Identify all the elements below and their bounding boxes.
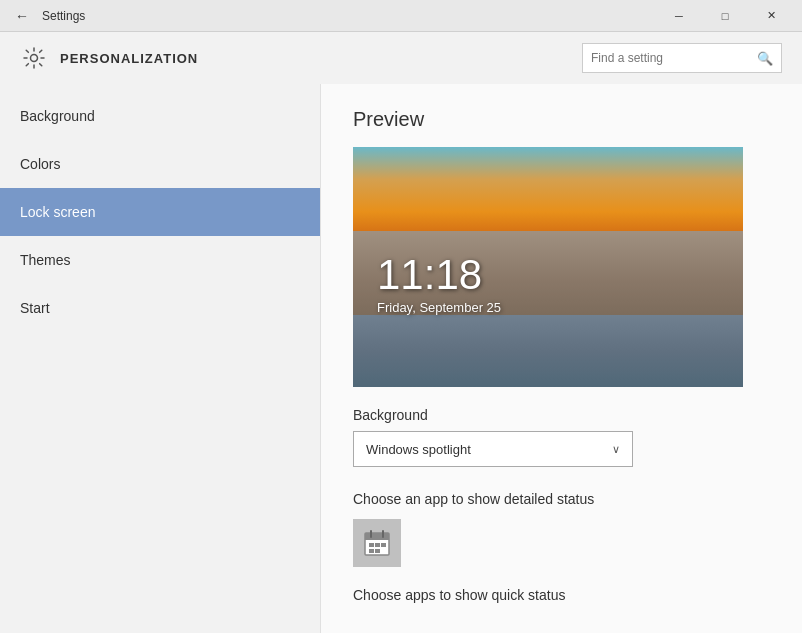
preview-water: [353, 315, 743, 387]
sidebar-item-lock-screen[interactable]: Lock screen: [0, 188, 320, 236]
preview-date: Friday, September 25: [377, 300, 501, 315]
header-bar: PERSONALIZATION 🔍: [0, 32, 802, 84]
svg-rect-9: [375, 549, 380, 553]
calendar-icon: [363, 529, 391, 557]
preview-clock: 11:18 Friday, September 25: [377, 254, 501, 315]
search-input[interactable]: [591, 51, 757, 65]
search-box[interactable]: 🔍: [582, 43, 782, 73]
title-bar: ← Settings ─ □ ✕: [0, 0, 802, 32]
background-dropdown[interactable]: Windows spotlight ∨: [353, 431, 633, 467]
minimize-button[interactable]: ─: [656, 0, 702, 32]
quick-status-title: Choose apps to show quick status: [353, 587, 770, 603]
background-section: Background Windows spotlight ∨: [353, 407, 770, 467]
detailed-status-title: Choose an app to show detailed status: [353, 491, 770, 507]
main-content: Background Colors Lock screen Themes Sta…: [0, 84, 802, 633]
sidebar-item-colors[interactable]: Colors: [0, 140, 320, 188]
svg-rect-6: [375, 543, 380, 547]
svg-rect-2: [365, 533, 389, 540]
sidebar-item-background[interactable]: Background: [0, 92, 320, 140]
page-title: PERSONALIZATION: [60, 51, 582, 66]
preview-time: 11:18: [377, 254, 501, 296]
detailed-status-section: Choose an app to show detailed status: [353, 491, 770, 567]
svg-rect-7: [381, 543, 386, 547]
search-icon: 🔍: [757, 51, 773, 66]
window-title: Settings: [36, 9, 656, 23]
calendar-app-icon[interactable]: [353, 519, 401, 567]
background-label: Background: [353, 407, 770, 423]
svg-point-0: [31, 55, 38, 62]
close-button[interactable]: ✕: [748, 0, 794, 32]
sidebar-item-start[interactable]: Start: [0, 284, 320, 332]
back-button[interactable]: ←: [8, 2, 36, 30]
svg-rect-5: [369, 543, 374, 547]
window-controls: ─ □ ✕: [656, 0, 794, 32]
maximize-button[interactable]: □: [702, 0, 748, 32]
preview-image: 11:18 Friday, September 25: [353, 147, 743, 387]
svg-rect-8: [369, 549, 374, 553]
sidebar-item-themes[interactable]: Themes: [0, 236, 320, 284]
gear-icon: [20, 44, 48, 72]
sidebar: Background Colors Lock screen Themes Sta…: [0, 84, 320, 633]
quick-status-section: Choose apps to show quick status: [353, 587, 770, 603]
preview-title: Preview: [353, 108, 770, 131]
chevron-down-icon: ∨: [612, 443, 620, 456]
dropdown-value: Windows spotlight: [366, 442, 612, 457]
right-panel: Preview 11:18 Friday, September 25 Backg…: [320, 84, 802, 633]
